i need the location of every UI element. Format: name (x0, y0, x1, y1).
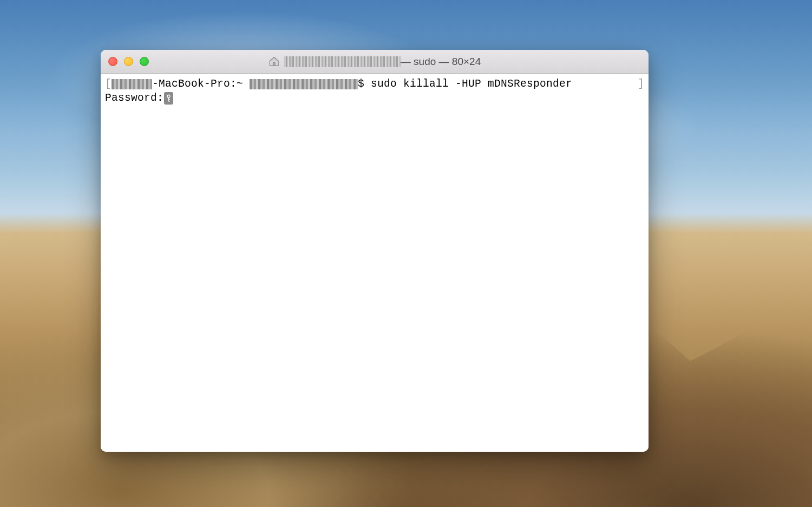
bracket-close: ] (638, 77, 644, 91)
username-redacted (112, 79, 152, 89)
title-redacted-segment (284, 56, 401, 67)
window-titlebar[interactable]: — sudo — 80×24 (101, 50, 649, 74)
svg-point-1 (167, 95, 170, 98)
maximize-button[interactable] (140, 57, 149, 66)
prompt-symbol: $ (358, 77, 371, 91)
minimize-button[interactable] (124, 57, 133, 66)
home-icon (269, 56, 280, 67)
traffic-lights (101, 57, 149, 66)
svg-rect-0 (273, 62, 276, 66)
terminal-window: — sudo — 80×24 [-MacBook-Pro:~ $ sudo ki… (101, 50, 649, 452)
command-text: sudo killall -HUP mDNSResponder (371, 77, 572, 91)
hostname-suffix: -MacBook-Pro:~ (152, 77, 250, 91)
title-suffix: — sudo — 80×24 (401, 56, 481, 68)
close-button[interactable] (108, 57, 117, 66)
window-title: — sudo — 80×24 (269, 56, 481, 68)
terminal-line-2: Password: (105, 91, 644, 105)
user-path-redacted (250, 79, 358, 89)
bracket-open: [ (105, 77, 112, 91)
terminal-line-1: [-MacBook-Pro:~ $ sudo killall -HUP mDNS… (105, 77, 644, 91)
key-icon (164, 92, 173, 105)
terminal-content[interactable]: [-MacBook-Pro:~ $ sudo killall -HUP mDNS… (101, 74, 649, 452)
password-prompt: Password: (105, 91, 163, 105)
